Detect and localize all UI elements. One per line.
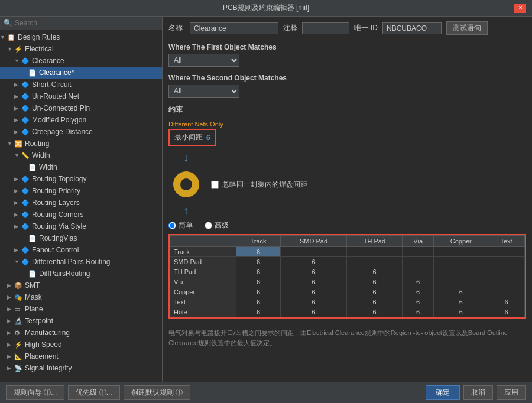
tree-label: Routing (25, 138, 49, 149)
table-cell: 6 (280, 267, 346, 277)
tree-item-routing-vias[interactable]: 📄 RoutingVias (0, 232, 162, 244)
svg-point-1 (180, 178, 192, 190)
tree-item-un-connected-pin[interactable]: ▶ 🔷 Un-Connected Pin (0, 102, 162, 114)
name-label: 名称 (168, 23, 185, 33)
tree-label: Testpoint (25, 316, 53, 326)
tree-item-routing-layers[interactable]: ▶ 🔷 Routing Layers (0, 197, 162, 209)
tree-item-design-rules[interactable]: ▼ 📋 Design Rules (0, 31, 162, 43)
tree-node-icon: 🔷 (21, 209, 31, 220)
cancel-button[interactable]: 取消 (463, 385, 493, 400)
tree-item-routing-topology[interactable]: ▶ 🔷 Routing Topology (0, 173, 162, 185)
tree-label: Manufacturing (25, 327, 70, 338)
tree-item-width-item[interactable]: 📄 Width (0, 161, 162, 173)
table-cell: 6 (402, 287, 434, 297)
priority-button[interactable]: 优先级 ①... (68, 385, 119, 400)
tree-item-smt[interactable]: ▶ 📦 SMT (0, 280, 162, 291)
tree-item-signal-integrity[interactable]: ▶ 📡 Signal Integrity (0, 362, 162, 374)
tree-item-routing[interactable]: ▼ 🔀 Routing (0, 138, 162, 150)
tree-item-fanout-control[interactable]: ▶ 🔷 Fanout Control (0, 244, 162, 256)
tree-label: High Speed (25, 339, 62, 350)
tree-item-un-routed-net[interactable]: ▶ 🔷 Un-Routed Net (0, 90, 162, 102)
tree-item-manufacturing[interactable]: ▶ ⚙ Manufacturing (0, 327, 162, 339)
close-button[interactable]: ✕ (514, 4, 526, 13)
tree-label: Creepage Distance (32, 126, 93, 137)
tree-item-plane[interactable]: ▶ ▭ Plane (0, 303, 162, 315)
uid-input[interactable] (382, 22, 442, 34)
create-default-button[interactable]: 创建默认规则 ① (124, 385, 190, 400)
tree-item-routing-corners[interactable]: ▶ 🔷 Routing Corners (0, 209, 162, 220)
tree-item-high-speed[interactable]: ▶ ⚡ High Speed (0, 339, 162, 350)
table-cell (488, 267, 525, 277)
name-input[interactable] (190, 22, 278, 34)
tree-item-clearance-item[interactable]: 📄 Clearance* (0, 67, 162, 79)
simple-mode-label[interactable]: 简单 (168, 220, 193, 230)
search-icon: 🔍 (4, 19, 12, 27)
tree-arrow: ▶ (14, 197, 21, 208)
comment-input[interactable] (302, 22, 349, 34)
tree-label: Routing Corners (32, 209, 83, 220)
tree-item-diff-pairs-routing[interactable]: 📄 DiffPairsRouting (0, 268, 162, 280)
tree-item-testpoint[interactable]: ▶ 🔬 Testpoint (0, 315, 162, 327)
tree-node-icon: 📋 (7, 32, 17, 43)
tree-label: Short-Circuit (32, 79, 72, 90)
tree-item-creepage-distance[interactable]: ▶ 🔷 Creepage Distance (0, 126, 162, 138)
ignore-pad-checkbox[interactable] (211, 181, 219, 188)
tree-node-icon: 🔷 (21, 245, 31, 255)
table-cell: 6 (434, 307, 488, 317)
uid-label: 唯一-ID (354, 23, 378, 33)
tree-item-width[interactable]: ▼ 📏 Width (0, 150, 162, 161)
table-cell: 6 (488, 297, 525, 307)
tree-label: Un-Routed Net (32, 91, 79, 102)
tree-arrow: ▶ (7, 327, 14, 338)
arrow-up-icon: ↑ (184, 204, 189, 217)
bottom-right: 确定 取消 应用 (426, 385, 526, 400)
rule-wizard-button[interactable]: 规则向导 ①... (6, 385, 64, 400)
min-clearance-box: 最小间距 6 (168, 129, 216, 146)
table-cell (402, 247, 434, 257)
tree-arrow: ▶ (14, 174, 21, 184)
second-match-select[interactable]: AllNetNet ClassLayer (168, 84, 239, 98)
tree-arrow: ▼ (7, 138, 14, 149)
table-cell (434, 277, 488, 287)
simple-mode-radio[interactable] (168, 222, 176, 229)
table-cell (402, 257, 434, 267)
tree-node-icon: 🔷 (21, 79, 31, 90)
tree-node-icon: 🔷 (21, 126, 31, 137)
diagram-area: ↓ ↑ 忽略同一封装内的焊盘间距 (168, 152, 526, 217)
confirm-button[interactable]: 确定 (426, 385, 460, 400)
tree-arrow: ▶ (14, 91, 21, 102)
apply-button[interactable]: 应用 (497, 385, 526, 400)
table-cell (488, 277, 525, 287)
tree-item-placement[interactable]: ▶ 📐 Placement (0, 350, 162, 362)
tree-item-electrical[interactable]: ▼ ⚡ Electrical (0, 43, 162, 55)
table-cell: 6 (347, 267, 403, 277)
advanced-mode-radio[interactable] (205, 222, 212, 229)
test-button[interactable]: 测试语句 (446, 21, 488, 35)
tree-node-icon: 📏 (21, 150, 31, 161)
tree-item-routing-via-style[interactable]: ▶ 🔷 Routing Via Style (0, 220, 162, 232)
tree-item-short-circuit[interactable]: ▶ 🔷 Short-Circuit (0, 79, 162, 90)
clearance-table-container: TrackSMD PadTH PadViaCopperTextTrack6SMD… (168, 234, 526, 318)
tree-item-routing-priority[interactable]: ▶ 🔷 Routing Priority (0, 185, 162, 197)
tree-item-clearance[interactable]: ▼ 🔷 Clearance (0, 55, 162, 67)
table-header: Track (236, 236, 281, 247)
tree-arrow: ▶ (7, 316, 14, 326)
tree-item-mask[interactable]: ▶ 🎭 Mask (0, 291, 162, 303)
tree-node-icon: 📐 (14, 351, 24, 362)
tree-item-diff-pairs[interactable]: ▼ 🔷 Differential Pairs Routing (0, 256, 162, 268)
tree-label: Fanout Control (32, 245, 79, 255)
tree-arrow: ▶ (7, 351, 14, 362)
tree-label: Clearance (32, 56, 64, 66)
search-input[interactable] (15, 19, 158, 27)
tree-label: Width (32, 150, 50, 161)
table-cell: 6 (280, 307, 346, 317)
table-header: Copper (434, 236, 488, 247)
tree-item-modified-polygon[interactable]: ▶ 🔷 Modified Polygon (0, 114, 162, 126)
tree-label: Plane (25, 304, 43, 314)
advanced-mode-label[interactable]: 高级 (205, 220, 229, 230)
tree-node-icon: 📦 (14, 280, 24, 291)
table-row: Via6666 (170, 277, 525, 287)
table-header (170, 236, 236, 247)
first-match-select[interactable]: AllNetNet ClassLayer (168, 54, 239, 67)
tree-node-icon: ⚙ (14, 327, 24, 338)
